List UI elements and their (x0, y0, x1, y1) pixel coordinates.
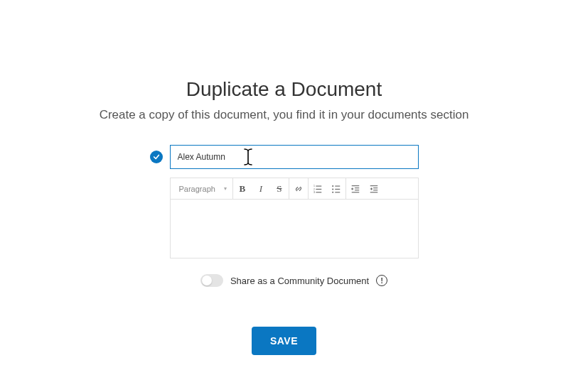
share-label: Share as a Community Document (230, 276, 369, 286)
link-button[interactable] (289, 178, 308, 199)
share-toggle[interactable] (200, 274, 223, 287)
document-title-input[interactable] (170, 145, 419, 169)
bold-button[interactable]: B (233, 178, 252, 199)
page-title: Duplicate a Document (186, 78, 382, 101)
svg-point-6 (332, 185, 333, 187)
format-dropdown[interactable]: Paragraph ▾ (173, 178, 233, 199)
strikethrough-button[interactable]: S (270, 178, 289, 199)
page-subtitle: Create a copy of this document, you find… (100, 108, 469, 122)
ordered-list-button[interactable]: 1 2 3 (309, 178, 327, 199)
svg-text:3: 3 (314, 191, 315, 194)
svg-point-8 (332, 191, 333, 192)
italic-button[interactable]: I (252, 178, 270, 199)
outdent-button[interactable] (346, 178, 365, 199)
toggle-knob (202, 276, 212, 285)
save-button[interactable]: Save (252, 327, 316, 355)
svg-point-7 (332, 188, 333, 190)
svg-text:2: 2 (314, 187, 315, 190)
unordered-list-button[interactable] (327, 178, 345, 199)
chevron-down-icon: ▾ (224, 185, 227, 192)
svg-text:1: 1 (314, 185, 315, 187)
indent-button[interactable] (365, 178, 383, 199)
validation-check-icon (150, 151, 163, 163)
format-dropdown-label: Paragraph (179, 185, 215, 193)
editor-content-area[interactable] (171, 200, 418, 258)
rich-text-editor: Paragraph ▾ B I S 1 2 3 (170, 178, 419, 258)
info-icon[interactable]: ! (376, 275, 387, 286)
editor-toolbar: Paragraph ▾ B I S 1 2 3 (171, 178, 418, 200)
